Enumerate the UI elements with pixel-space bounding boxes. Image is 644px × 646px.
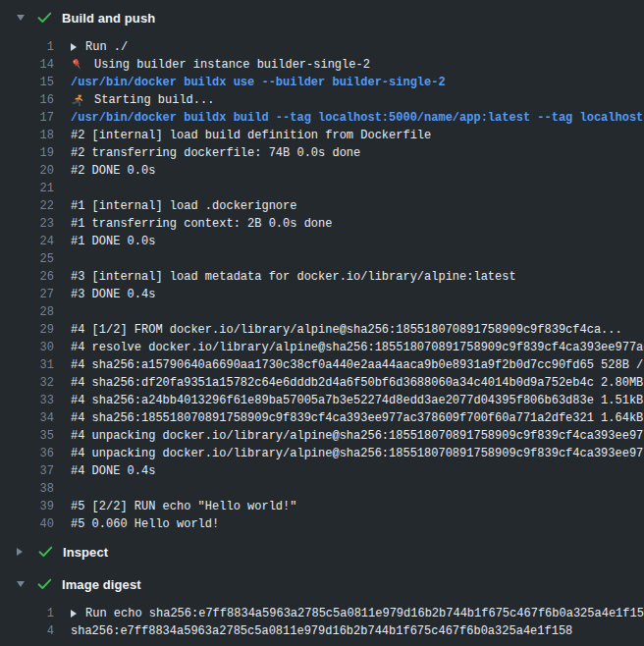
expand-group-icon[interactable] bbox=[71, 43, 77, 51]
log-line: 39 #5 [2/2] RUN echo "Hello world!" bbox=[0, 498, 644, 515]
log-line: 14 Using builder instance builder-single… bbox=[0, 56, 644, 74]
log-line: 27 #3 DONE 0.4s bbox=[0, 286, 644, 303]
line-number[interactable]: 40 bbox=[0, 515, 54, 533]
line-number[interactable]: 33 bbox=[0, 392, 54, 409]
line-content: Starting build... bbox=[71, 91, 644, 109]
line-content: #2 [internal] load build definition from… bbox=[71, 127, 644, 144]
log-line: 35 #4 unpacking docker.io/library/alpine… bbox=[0, 427, 644, 445]
log-step-build-and-push: Build and push 1 Run ./ 14 Using builder… bbox=[0, 4, 644, 538]
line-number[interactable]: 19 bbox=[0, 144, 54, 162]
line-text: #3 [internal] load metadata for docker.i… bbox=[71, 268, 516, 286]
line-content: #3 [internal] load metadata for docker.i… bbox=[71, 268, 644, 286]
line-number[interactable]: 35 bbox=[0, 427, 54, 445]
log-step-inspect: Inspect bbox=[0, 538, 644, 565]
step-header[interactable]: Image digest bbox=[0, 570, 644, 598]
line-content: Run echo sha256:e7ff8834a5963a2785c5a081… bbox=[71, 605, 644, 622]
line-number[interactable]: 1 bbox=[0, 605, 54, 622]
line-content: #1 DONE 0.0s bbox=[71, 233, 644, 250]
triangle-down-icon[interactable] bbox=[17, 581, 25, 587]
line-number[interactable]: 17 bbox=[0, 109, 54, 127]
log-line: 40 #5 0.060 Hello world! bbox=[0, 515, 644, 533]
pushpin-icon bbox=[71, 58, 85, 73]
step-title: Image digest bbox=[62, 577, 141, 592]
line-number[interactable]: 22 bbox=[0, 197, 54, 215]
line-number[interactable]: 1 bbox=[0, 38, 54, 56]
line-number[interactable]: 27 bbox=[0, 286, 54, 303]
log-line: 21 bbox=[0, 180, 644, 197]
log-line: 19 #2 transferring dockerfile: 74B 0.0s … bbox=[0, 144, 644, 162]
line-number[interactable]: 14 bbox=[0, 56, 54, 74]
line-number[interactable]: 31 bbox=[0, 356, 54, 374]
log-line: 34 #4 sha256:185518070891758909c9f839cf4… bbox=[0, 409, 644, 427]
line-number[interactable]: 24 bbox=[0, 233, 54, 250]
line-number[interactable]: 21 bbox=[0, 180, 54, 197]
line-content: #5 0.060 Hello world! bbox=[71, 515, 644, 533]
line-number[interactable]: 32 bbox=[0, 374, 54, 392]
line-content: #4 unpacking docker.io/library/alpine@sh… bbox=[71, 445, 644, 462]
line-content: #4 sha256:a24bb4013296f61e89ba57005a7b3e… bbox=[71, 392, 644, 409]
line-content: #4 DONE 0.4s bbox=[71, 462, 644, 480]
line-number[interactable]: 38 bbox=[0, 480, 54, 498]
line-number[interactable]: 28 bbox=[0, 303, 54, 321]
log-line: 36 #4 unpacking docker.io/library/alpine… bbox=[0, 445, 644, 462]
line-text: Run ./ bbox=[85, 38, 128, 56]
line-text: #4 DONE 0.4s bbox=[71, 462, 155, 480]
line-content: #5 [2/2] RUN echo "Hello world!" bbox=[71, 498, 644, 515]
log-line: 32 #4 sha256:df20fa9351a15782c64e6dddb2d… bbox=[0, 374, 644, 392]
log-line: 25 bbox=[0, 250, 644, 268]
line-number[interactable]: 37 bbox=[0, 462, 54, 480]
log-line: 30 #4 resolve docker.io/library/alpine@s… bbox=[0, 339, 644, 356]
step-header[interactable]: Build and push bbox=[0, 4, 644, 31]
expand-group-icon[interactable] bbox=[71, 610, 77, 618]
line-number[interactable]: 29 bbox=[0, 321, 54, 339]
line-content bbox=[71, 250, 644, 268]
line-content: /usr/bin/docker buildx use --builder bui… bbox=[71, 74, 644, 91]
line-content: #1 [internal] load .dockerignore bbox=[71, 197, 644, 215]
line-text: #4 [1/2] FROM docker.io/library/alpine@s… bbox=[71, 321, 622, 339]
line-content: #4 sha256:185518070891758909c9f839cf4ca3… bbox=[71, 409, 644, 427]
log-line: 38 bbox=[0, 480, 644, 498]
step-body: 1 Run ./ 14 Using builder instance build… bbox=[0, 31, 644, 538]
line-text: #4 sha256:185518070891758909c9f839cf4ca3… bbox=[71, 409, 644, 427]
line-text: #2 DONE 0.0s bbox=[71, 162, 155, 180]
success-check-icon bbox=[37, 12, 52, 24]
triangle-down-icon[interactable] bbox=[17, 15, 25, 21]
success-check-icon bbox=[38, 546, 53, 558]
triangle-right-icon[interactable] bbox=[17, 548, 23, 556]
line-text: #4 unpacking docker.io/library/alpine@sh… bbox=[71, 445, 644, 462]
line-text: #2 [internal] load build definition from… bbox=[71, 127, 431, 144]
line-text: /usr/bin/docker buildx use --builder bui… bbox=[71, 74, 446, 91]
line-content bbox=[71, 180, 644, 197]
runner-icon bbox=[71, 93, 85, 108]
line-content: /usr/bin/docker buildx build --tag local… bbox=[71, 109, 644, 127]
line-number[interactable]: 23 bbox=[0, 215, 54, 233]
line-text: #3 DONE 0.4s bbox=[71, 286, 155, 303]
line-content: #2 transferring dockerfile: 74B 0.0s don… bbox=[71, 144, 644, 162]
line-number[interactable]: 16 bbox=[0, 91, 54, 109]
line-text: #4 resolve docker.io/library/alpine@sha2… bbox=[71, 339, 644, 356]
line-number[interactable]: 20 bbox=[0, 162, 54, 180]
step-header[interactable]: Inspect bbox=[0, 538, 644, 565]
line-number[interactable]: 30 bbox=[0, 339, 54, 356]
log-line: 22 #1 [internal] load .dockerignore bbox=[0, 197, 644, 215]
line-number[interactable]: 15 bbox=[0, 74, 54, 91]
line-number[interactable]: 25 bbox=[0, 250, 54, 268]
line-number[interactable]: 34 bbox=[0, 409, 54, 427]
step-title: Inspect bbox=[63, 545, 108, 560]
line-content: #4 sha256:a15790640a6690aa1730c38cf0a440… bbox=[71, 356, 644, 374]
line-text: #4 sha256:df20fa9351a15782c64e6dddb2d4a6… bbox=[71, 374, 644, 392]
log-line: 28 bbox=[0, 303, 644, 321]
line-number[interactable]: 26 bbox=[0, 268, 54, 286]
line-content: #4 [1/2] FROM docker.io/library/alpine@s… bbox=[71, 321, 644, 339]
line-number[interactable]: 18 bbox=[0, 127, 54, 144]
line-content: Using builder instance builder-single-2 bbox=[71, 56, 644, 74]
line-number[interactable]: 36 bbox=[0, 445, 54, 462]
line-content: #3 DONE 0.4s bbox=[71, 286, 644, 303]
log-line: 4 sha256:e7ff8834a5963a2785c5a0811e979d1… bbox=[0, 622, 644, 640]
log-line: 15 /usr/bin/docker buildx use --builder … bbox=[0, 74, 644, 91]
line-number[interactable]: 4 bbox=[0, 622, 54, 640]
line-text: #4 sha256:a15790640a6690aa1730c38cf0a440… bbox=[71, 356, 644, 374]
line-number[interactable]: 39 bbox=[0, 498, 54, 515]
log-line: 23 #1 transferring context: 2B 0.0s done bbox=[0, 215, 644, 233]
log-line: 31 #4 sha256:a15790640a6690aa1730c38cf0a… bbox=[0, 356, 644, 374]
